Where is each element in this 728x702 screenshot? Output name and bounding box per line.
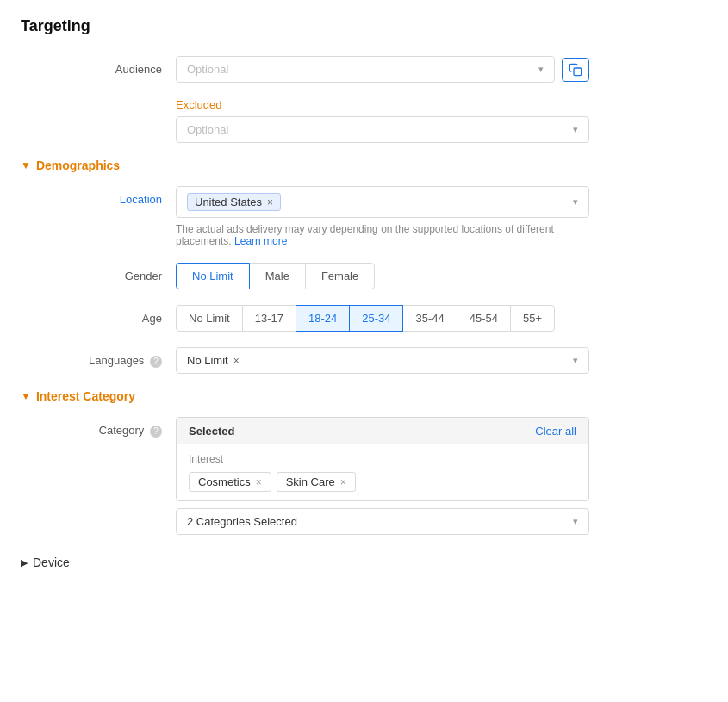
location-content: United States × ▾ The actual ads deliver… — [176, 186, 589, 247]
audience-placeholder: Optional — [187, 63, 228, 76]
location-select[interactable]: United States × ▾ — [176, 186, 589, 218]
interest-category-title: Interest Category — [36, 389, 135, 403]
learn-more-link[interactable]: Learn more — [234, 235, 287, 247]
location-note-text: The actual ads delivery may vary dependi… — [176, 223, 554, 247]
interest-tag-skincare-close-icon[interactable]: × — [340, 476, 346, 488]
languages-select[interactable]: No Limit × ▾ — [176, 347, 589, 374]
gender-button-group: No Limit Male Female — [176, 263, 589, 289]
languages-chevron-icon: ▾ — [573, 355, 578, 366]
gender-content: No Limit Male Female — [176, 263, 589, 289]
interest-tag-cosmetics: Cosmetics × — [189, 472, 271, 492]
location-tag-value: United States — [195, 196, 262, 208]
interest-category-section-header[interactable]: ▼ Interest Category — [21, 389, 707, 403]
age-45-54-button[interactable]: 45-54 — [457, 305, 511, 332]
audience-row: Audience Optional ▾ — [21, 56, 707, 83]
gender-no-limit-button[interactable]: No Limit — [176, 263, 250, 289]
category-help-icon[interactable]: ? — [150, 426, 162, 438]
age-13-17-button[interactable]: 13-17 — [242, 305, 296, 332]
location-label: Location — [21, 186, 176, 206]
device-title: Device — [33, 556, 70, 569]
interest-label: Interest — [189, 453, 576, 465]
device-arrow-icon: ▶ — [21, 557, 28, 568]
languages-help-icon[interactable]: ? — [150, 356, 162, 368]
demographics-section-header[interactable]: ▼ Demographics — [21, 158, 707, 172]
category-header: Selected Clear all — [177, 418, 588, 444]
location-row: Location United States × ▾ The actual ad… — [21, 186, 707, 247]
gender-row: Gender No Limit Male Female — [21, 263, 707, 289]
excluded-content: Excluded Optional ▾ — [176, 98, 589, 143]
location-tag-container: United States × — [187, 193, 284, 211]
demographics-title: Demographics — [36, 158, 120, 172]
languages-row: Languages ? No Limit × ▾ — [21, 347, 707, 374]
audience-chevron-icon: ▾ — [538, 64, 544, 75]
category-box: Selected Clear all Interest Cosmetics × … — [176, 417, 589, 501]
categories-count-value: 2 Categories Selected — [187, 515, 297, 528]
age-18-24-button[interactable]: 18-24 — [296, 305, 350, 332]
excluded-label-spacer — [21, 98, 176, 105]
gender-label: Gender — [21, 263, 176, 283]
age-content: No Limit 13-17 18-24 25-34 35-44 45-54 5… — [176, 305, 589, 332]
age-row: Age No Limit 13-17 18-24 25-34 35-44 45-… — [21, 305, 707, 332]
audience-label: Audience — [21, 56, 176, 76]
gender-male-button[interactable]: Male — [249, 263, 306, 289]
page-title: Targeting — [21, 17, 707, 35]
gender-female-button[interactable]: Female — [305, 263, 375, 289]
location-chevron-icon: ▾ — [573, 196, 578, 208]
language-no-limit-tag: No Limit × — [187, 354, 240, 367]
category-body: Interest Cosmetics × Skin Care × — [177, 444, 588, 500]
location-tag-close-icon[interactable]: × — [267, 196, 273, 208]
category-selected-label: Selected — [189, 425, 234, 438]
location-note: The actual ads delivery may vary dependi… — [176, 223, 589, 247]
languages-content: No Limit × ▾ — [176, 347, 589, 374]
excluded-chevron-icon: ▾ — [573, 124, 578, 135]
audience-input-row: Optional ▾ — [176, 56, 589, 83]
interest-tag-skincare: Skin Care × — [277, 472, 356, 492]
svg-rect-0 — [574, 68, 582, 76]
languages-tag-container: No Limit × — [187, 354, 243, 367]
interest-tag-cosmetics-label: Cosmetics — [198, 475, 251, 488]
age-35-44-button[interactable]: 35-44 — [402, 305, 457, 332]
interest-tag-skincare-label: Skin Care — [286, 475, 335, 488]
age-55-plus-button[interactable]: 55+ — [510, 305, 555, 332]
categories-count-select[interactable]: 2 Categories Selected ▾ — [176, 508, 589, 535]
excluded-placeholder: Optional — [187, 123, 228, 136]
category-label: Category ? — [21, 417, 176, 438]
excluded-label: Excluded — [176, 98, 589, 111]
age-button-group: No Limit 13-17 18-24 25-34 35-44 45-54 5… — [176, 305, 589, 332]
age-25-34-button[interactable]: 25-34 — [349, 305, 403, 332]
interest-category-arrow-icon: ▼ — [21, 390, 31, 402]
location-tag-us: United States × — [187, 193, 281, 211]
copy-audience-button[interactable] — [562, 58, 589, 82]
language-no-limit-value: No Limit — [187, 354, 228, 367]
excluded-select[interactable]: Optional ▾ — [176, 116, 589, 143]
language-no-limit-close-icon[interactable]: × — [233, 355, 240, 367]
category-clear-all-button[interactable]: Clear all — [535, 425, 576, 438]
excluded-row: Excluded Optional ▾ — [21, 98, 707, 143]
category-row: Category ? Selected Clear all Interest C… — [21, 417, 707, 535]
audience-content: Optional ▾ — [176, 56, 589, 83]
interest-tags: Cosmetics × Skin Care × — [189, 472, 576, 492]
demographics-arrow-icon: ▼ — [21, 159, 31, 171]
category-content: Selected Clear all Interest Cosmetics × … — [176, 417, 589, 535]
audience-select[interactable]: Optional ▾ — [176, 56, 555, 83]
interest-tag-cosmetics-close-icon[interactable]: × — [256, 476, 262, 488]
age-label: Age — [21, 305, 176, 325]
device-section-header[interactable]: ▶ Device — [21, 556, 707, 569]
languages-label: Languages ? — [21, 347, 176, 368]
categories-chevron-icon: ▾ — [573, 516, 578, 527]
age-no-limit-button[interactable]: No Limit — [176, 305, 243, 332]
